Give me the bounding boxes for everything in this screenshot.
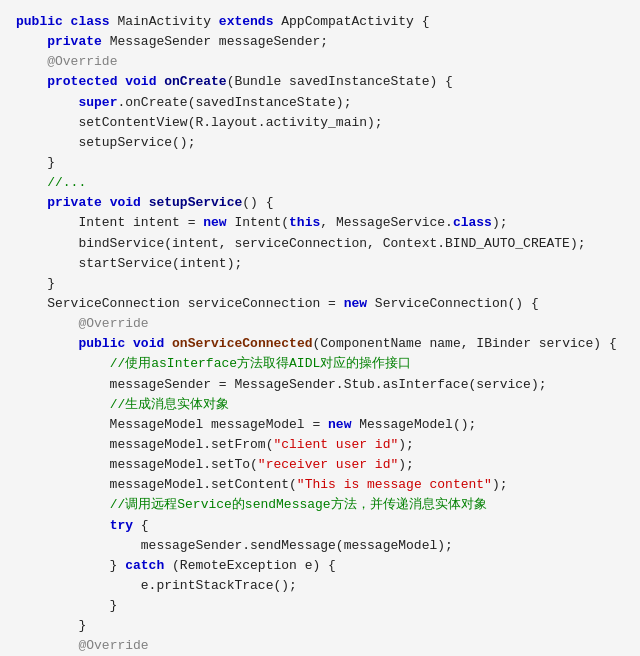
code-line: messageModel.setFrom("client user id"); <box>16 435 624 455</box>
code-line: bindService(intent, serviceConnection, C… <box>16 234 624 254</box>
code-line: setupService(); <box>16 133 624 153</box>
code-line: @Override <box>16 636 624 656</box>
code-line: messageSender = MessageSender.Stub.asInt… <box>16 375 624 395</box>
code-container: public class MainActivity extends AppCom… <box>0 0 640 656</box>
code-line: //调用远程Service的sendMessage方法，并传递消息实体对象 <box>16 495 624 515</box>
code-line: ServiceConnection serviceConnection = ne… <box>16 294 624 314</box>
code-line: protected void onCreate(Bundle savedInst… <box>16 72 624 92</box>
code-line: messageModel.setContent("This is message… <box>16 475 624 495</box>
code-line: private MessageSender messageSender; <box>16 32 624 52</box>
code-line: } <box>16 153 624 173</box>
code-line: startService(intent); <box>16 254 624 274</box>
code-line: Intent intent = new Intent(this, Message… <box>16 213 624 233</box>
code-line: } <box>16 616 624 636</box>
code-block: public class MainActivity extends AppCom… <box>16 12 624 656</box>
code-line: public class MainActivity extends AppCom… <box>16 12 624 32</box>
code-line: @Override <box>16 314 624 334</box>
code-line: } <box>16 274 624 294</box>
code-line: //使用asInterface方法取得AIDL对应的操作接口 <box>16 354 624 374</box>
code-line: messageSender.sendMessage(messageModel); <box>16 536 624 556</box>
code-line: } catch (RemoteException e) { <box>16 556 624 576</box>
code-line: private void setupService() { <box>16 193 624 213</box>
code-line: //生成消息实体对象 <box>16 395 624 415</box>
code-line: try { <box>16 516 624 536</box>
code-line: //... <box>16 173 624 193</box>
code-line: super.onCreate(savedInstanceState); <box>16 93 624 113</box>
code-line: setContentView(R.layout.activity_main); <box>16 113 624 133</box>
code-line: } <box>16 596 624 616</box>
code-line: messageModel.setTo("receiver user id"); <box>16 455 624 475</box>
code-line: e.printStackTrace(); <box>16 576 624 596</box>
code-line: @Override <box>16 52 624 72</box>
code-line: public void onServiceConnected(Component… <box>16 334 624 354</box>
code-line: MessageModel messageModel = new MessageM… <box>16 415 624 435</box>
